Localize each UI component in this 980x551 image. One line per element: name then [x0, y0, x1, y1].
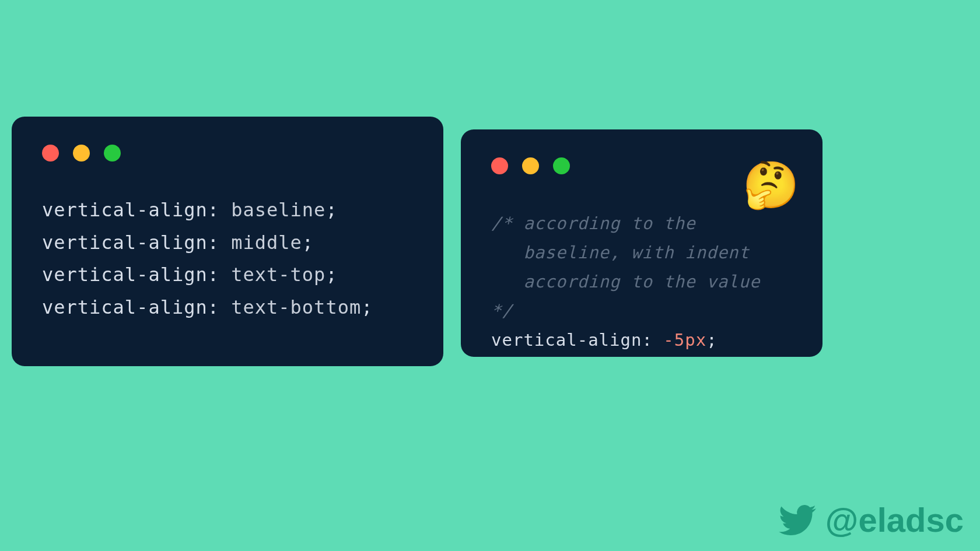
css-value: -5px	[663, 330, 706, 350]
thinking-face-icon: 🤔	[743, 159, 799, 212]
code-window-left: vertical-align: baseline; vertical-align…	[12, 117, 443, 366]
css-colon: :	[642, 330, 663, 350]
minimize-icon	[73, 145, 90, 162]
code-block: vertical-align: baseline; vertical-align…	[42, 194, 413, 324]
maximize-icon	[104, 145, 121, 162]
attribution: @eladsc	[779, 500, 964, 539]
css-property: vertical-align	[42, 231, 208, 254]
css-semicolon: ;	[302, 231, 314, 254]
code-line: vertical-align: text-top;	[42, 259, 413, 292]
css-colon: :	[208, 296, 232, 318]
css-semicolon: ;	[326, 264, 337, 286]
maximize-icon	[553, 157, 570, 174]
css-value: text-bottom	[231, 296, 361, 318]
code-block: /* according to the baseline, with inden…	[491, 209, 792, 355]
twitter-handle: @eladsc	[825, 500, 964, 539]
css-colon: :	[208, 199, 232, 221]
twitter-icon	[779, 501, 816, 539]
traffic-lights	[42, 145, 413, 162]
css-comment: baseline, with indent	[491, 238, 792, 268]
css-property: vertical-align	[491, 330, 642, 350]
css-semicolon: ;	[326, 199, 337, 221]
close-icon	[491, 157, 508, 174]
css-property: vertical-align	[42, 199, 208, 221]
css-semicolon: ;	[361, 296, 373, 318]
css-colon: :	[208, 264, 232, 286]
css-colon: :	[208, 231, 232, 254]
code-line: vertical-align: middle;	[42, 227, 413, 259]
css-semicolon: ;	[706, 330, 717, 350]
close-icon	[42, 145, 59, 162]
css-comment: according to the value */	[491, 268, 792, 326]
css-property: vertical-align	[42, 296, 208, 318]
css-property: vertical-align	[42, 264, 208, 286]
css-value: baseline	[231, 199, 326, 221]
minimize-icon	[522, 157, 539, 174]
code-line: vertical-align: baseline;	[42, 194, 413, 227]
css-comment: /* according to the	[491, 209, 792, 238]
css-value: middle	[231, 231, 302, 254]
code-line: vertical-align: -5px;	[491, 326, 792, 355]
css-value: text-top	[231, 264, 326, 286]
code-line: vertical-align: text-bottom;	[42, 292, 413, 324]
code-window-right: 🤔 /* according to the baseline, with ind…	[461, 129, 822, 357]
